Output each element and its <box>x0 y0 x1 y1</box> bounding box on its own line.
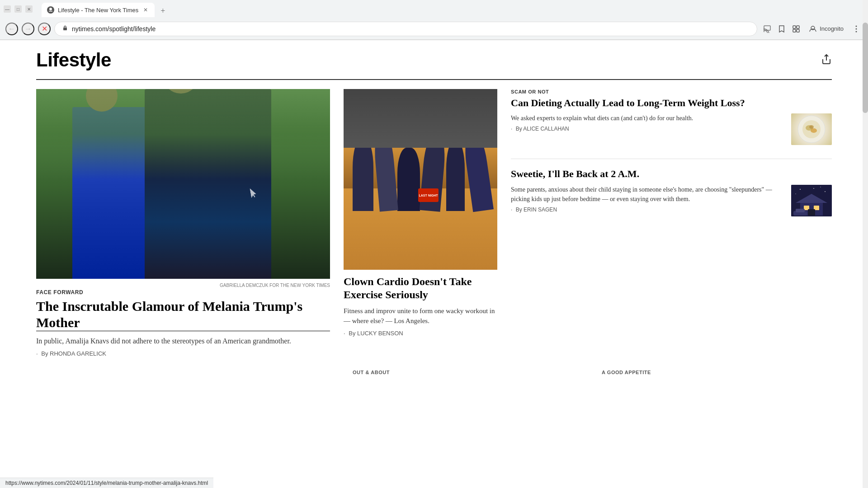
svg-point-13 <box>856 31 857 32</box>
bookmark-icon[interactable] <box>775 23 788 35</box>
svg-rect-7 <box>797 26 799 28</box>
sleep-article-summary: Some parents, anxious about their child … <box>511 185 786 204</box>
svg-point-18 <box>811 128 817 133</box>
right-article-sleep: Sweetie, I'll Be Back at 2 A.M. Some par… <box>511 168 832 216</box>
security-icon <box>62 25 68 33</box>
sleep-article-text: Some parents, anxious about their child … <box>511 185 786 213</box>
svg-rect-30 <box>808 209 815 216</box>
main-article-headline[interactable]: The Inscrutable Glamour of Melania Trump… <box>36 298 330 331</box>
right-divider <box>511 159 832 159</box>
svg-point-11 <box>856 25 857 27</box>
svg-point-19 <box>809 125 814 129</box>
middle-article: LAST NIGHT Clown Cardio Doesn't Take Exe… <box>344 89 497 357</box>
scrollbar-track <box>863 0 868 488</box>
svg-rect-4 <box>764 26 770 30</box>
tab-title: Lifestyle - The New York Times <box>58 7 138 14</box>
articles-grid: GABRIELLA DEMCZUK FOR THE NEW YORK TIMES… <box>36 89 832 357</box>
sleep-article-headline[interactable]: Sweetie, I'll Be Back at 2 A.M. <box>511 168 832 180</box>
status-url: https://www.nytimes.com/2024/01/11/style… <box>5 480 208 486</box>
url-text: nytimes.com/spotlight/lifestyle <box>72 25 750 33</box>
main-article-summary: In public, Amalija Knavs did not adhere … <box>36 336 330 347</box>
diet-article-byline: · By ALICE CALLAHAN <box>511 126 786 132</box>
menu-icon[interactable] <box>850 23 863 35</box>
middle-article-headline[interactable]: Clown Cardio Doesn't Take Exercise Serio… <box>344 275 497 301</box>
diet-article-text: We asked experts to explain what diets c… <box>511 113 786 132</box>
svg-rect-8 <box>793 29 796 32</box>
section-divider <box>36 79 832 80</box>
right-column: SCAM OR NOT Can Dieting Actually Lead to… <box>511 89 832 357</box>
diet-article-category: SCAM OR NOT <box>511 89 832 94</box>
browser-toolbar: ← → ✕ nytimes.com/spotlight/lifestyle <box>0 18 868 40</box>
right-article-diet: SCAM OR NOT Can Dieting Actually Lead to… <box>511 89 832 145</box>
svg-point-0 <box>49 8 52 10</box>
svg-rect-32 <box>796 209 805 212</box>
active-tab[interactable]: Lifestyle - The New York Times ✕ <box>42 3 155 17</box>
tab-favicon <box>47 6 54 14</box>
svg-rect-9 <box>797 29 799 32</box>
page-header: Lifestyle <box>36 40 832 75</box>
toolbar-actions: Incognito <box>761 23 863 35</box>
bottom-hint-middle: OUT & ABOUT <box>353 370 390 375</box>
middle-article-author: By LUCKY BENSON <box>349 330 403 337</box>
svg-point-23 <box>825 191 826 192</box>
main-article-byline: · By RHONDA GARELICK <box>36 350 330 357</box>
svg-rect-2 <box>63 28 67 30</box>
svg-rect-6 <box>793 26 796 28</box>
incognito-badge: Incognito <box>804 23 848 35</box>
incognito-label: Incognito <box>820 25 844 32</box>
scrollbar-thumb[interactable] <box>863 23 868 113</box>
maximize-button[interactable]: □ <box>14 5 22 13</box>
photo-credit: GABRIELLA DEMCZUK FOR THE NEW YORK TIMES <box>36 282 330 289</box>
sleep-article-thumbnail <box>791 185 832 216</box>
tab-bar: Lifestyle - The New York Times ✕ + <box>38 1 173 17</box>
svg-rect-1 <box>49 11 52 12</box>
forward-button[interactable]: → <box>22 23 34 35</box>
bottom-hint-right: A GOOD APPETITE <box>602 370 651 375</box>
bottom-hints: OUT & ABOUT A GOOD APPETITE <box>36 361 832 375</box>
back-button[interactable]: ← <box>5 23 18 35</box>
diet-article-summary: We asked experts to explain what diets c… <box>511 113 786 123</box>
svg-point-24 <box>795 193 796 194</box>
diet-article-body: We asked experts to explain what diets c… <box>511 113 832 145</box>
sleep-article-author: By ERIN SAGEN <box>516 206 557 213</box>
extensions-icon[interactable] <box>790 23 802 35</box>
main-article-image <box>36 89 330 279</box>
new-tab-button[interactable]: + <box>156 5 169 17</box>
share-button[interactable] <box>821 54 832 67</box>
minimize-button[interactable]: — <box>4 5 11 13</box>
svg-point-25 <box>820 187 821 188</box>
window-controls: — □ ✕ <box>4 5 33 13</box>
svg-point-22 <box>813 188 814 189</box>
address-bar[interactable]: nytimes.com/spotlight/lifestyle <box>54 22 757 36</box>
main-article: GABRIELLA DEMCZUK FOR THE NEW YORK TIMES… <box>36 89 330 357</box>
diet-article-author: By ALICE CALLAHAN <box>516 126 569 132</box>
main-article-category: FACE FORWARD <box>36 289 330 296</box>
diet-article-headline[interactable]: Can Dieting Actually Lead to Long-Term W… <box>511 97 832 109</box>
middle-article-summary: Fitness and improv unite to form one wac… <box>344 306 497 326</box>
sleep-article-body: Some parents, anxious about their child … <box>511 185 832 216</box>
status-bar: https://www.nytimes.com/2024/01/11/style… <box>0 478 213 488</box>
cast-icon[interactable] <box>761 23 774 35</box>
svg-point-21 <box>800 189 801 190</box>
tab-close-button[interactable]: ✕ <box>142 6 149 14</box>
middle-article-image: LAST NIGHT <box>344 89 497 270</box>
reload-button[interactable]: ✕ <box>38 23 51 35</box>
main-article-author: By RHONDA GARELICK <box>41 350 106 357</box>
sleep-article-byline: · By ERIN SAGEN <box>511 206 786 213</box>
browser-chrome: — □ ✕ Lifestyle - The New York Times ✕ +… <box>0 0 868 40</box>
page-content: Lifestyle <box>0 40 868 375</box>
close-button[interactable]: ✕ <box>25 5 33 13</box>
page-title: Lifestyle <box>36 49 111 71</box>
svg-point-12 <box>856 28 857 29</box>
diet-article-thumbnail <box>791 113 832 145</box>
middle-article-byline: · By LUCKY BENSON <box>344 330 497 337</box>
browser-titlebar: — □ ✕ Lifestyle - The New York Times ✕ + <box>0 0 868 18</box>
